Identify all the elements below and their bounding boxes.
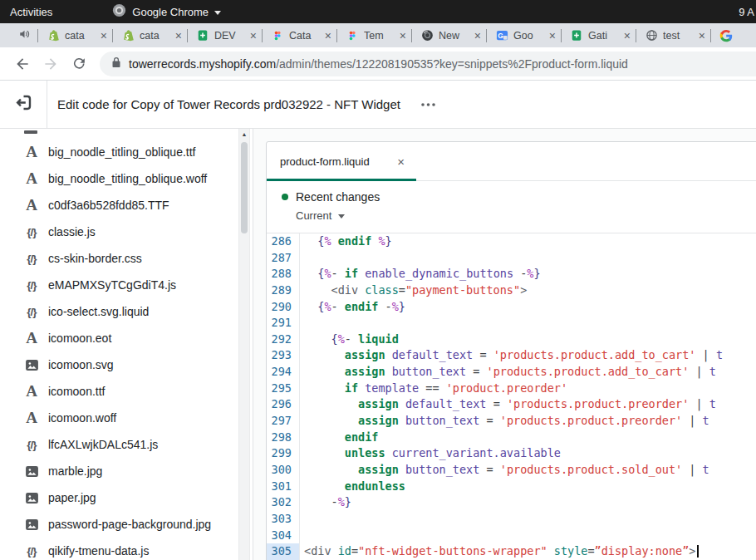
editor-tab-product-form[interactable]: product-form.liquid ×	[267, 142, 416, 180]
editor-pane: product-form.liquid × Recent changes Cur…	[253, 129, 756, 560]
version-dropdown[interactable]: Current	[296, 209, 345, 222]
code-line[interactable]: 303	[267, 511, 756, 528]
scrollbar-thumb[interactable]	[241, 142, 248, 233]
code-line[interactable]: 298 endif	[267, 430, 756, 446]
code-line[interactable]: 297 assign button_text = 'products.produ…	[267, 413, 756, 430]
close-tab-icon[interactable]: ×	[699, 30, 705, 42]
scroll-up-arrow[interactable]: ▲	[239, 131, 249, 137]
code-line[interactable]: 294 assign button_text = 'products.produ…	[267, 364, 756, 381]
exit-code-editor-button[interactable]	[0, 81, 47, 128]
code-line[interactable]: 293 assign default_text = 'products.prod…	[267, 347, 756, 364]
code-line[interactable]: 295 if template == 'product.preorder'	[267, 381, 756, 397]
close-tab-button[interactable]: ×	[397, 155, 405, 169]
screen: Activities Google Chrome 9 A cata×cata×D…	[0, 0, 756, 560]
close-tab-icon[interactable]: ×	[474, 30, 481, 42]
browser-tab-test[interactable]: test×	[637, 23, 709, 47]
speaker-icon	[18, 28, 31, 43]
code-line[interactable]: 301 endunless	[267, 479, 756, 495]
app-menu-label: Google Chrome	[132, 6, 209, 18]
browser-tab-tem[interactable]: Tem×	[338, 23, 410, 47]
browser-tab[interactable]	[712, 23, 749, 47]
dark-globe-favicon	[420, 29, 434, 42]
file-item[interactable]: Aicomoon.woff	[0, 405, 253, 431]
activities-button[interactable]: Activities	[0, 0, 62, 23]
browser-tab-goo[interactable]: GGoo×	[488, 23, 560, 47]
close-tab-icon[interactable]: ×	[325, 30, 331, 42]
file-name: password-page-background.jpg	[48, 518, 211, 531]
file-item[interactable]: {/}qikify-tmenu-data.js	[0, 538, 253, 560]
sidebar-scrollbar[interactable]: ▲	[238, 129, 250, 560]
browser-tab-new[interactable]: New×	[413, 23, 485, 47]
file-item[interactable]: Aicomoon.eot	[0, 325, 253, 351]
file-item[interactable]: Ac0df3a6b528fdd85.TTF	[0, 192, 253, 219]
file-name: paper.jpg	[48, 491, 96, 504]
code-text	[300, 250, 304, 267]
line-number: 305	[267, 543, 300, 560]
file-sidebar: Abig_noodle_titling_oblique.ttfAbig_nood…	[0, 129, 253, 560]
close-tab-icon[interactable]: ×	[400, 30, 406, 42]
code-line[interactable]: 299 unless current_variant.available	[267, 445, 756, 462]
audio-tab-indicator[interactable]	[12, 28, 37, 43]
browser-tab-title: cata	[140, 30, 170, 42]
app-menu-button[interactable]: Google Chrome	[112, 3, 221, 20]
file-name: ico-select.svg.liquid	[48, 305, 149, 318]
browser-tab-dev[interactable]: DEV×	[189, 23, 261, 47]
code-text: unless current_variant.available	[300, 445, 561, 462]
browser-tab-cata[interactable]: Cata×	[263, 23, 336, 47]
close-tab-icon[interactable]: ×	[624, 30, 631, 42]
forward-button[interactable]	[37, 50, 65, 78]
close-tab-icon[interactable]: ×	[175, 30, 182, 42]
file-item[interactable]: marble.jpg	[0, 458, 253, 484]
file-name: classie.js	[48, 225, 96, 238]
browser-tab-cata[interactable]: cata×	[39, 23, 111, 47]
tab-divider	[37, 29, 38, 42]
browser-tab-cata[interactable]: cata×	[114, 23, 186, 47]
file-item[interactable]: {/}lfcAXLwjkDALc541.js	[0, 431, 253, 458]
sheets-favicon	[570, 29, 583, 42]
more-actions-button[interactable]	[415, 97, 441, 112]
code-line[interactable]: 287	[267, 250, 756, 267]
code-text	[300, 528, 304, 544]
file-name: icomoon.ttf	[48, 385, 105, 398]
code-line[interactable]: 286 {% endif %}	[267, 233, 756, 250]
file-item[interactable]: {/}cs-skin-border.css	[0, 245, 253, 272]
code-line[interactable]: 305<div id="nft-widget-buttons-wrapper" …	[267, 543, 756, 560]
code-line[interactable]: 292 {%- liquid	[267, 332, 756, 348]
close-tab-icon[interactable]: ×	[101, 30, 107, 42]
reload-button[interactable]	[65, 50, 93, 78]
file-name: marble.jpg	[48, 464, 102, 478]
code-line[interactable]: 296 assign default_text = 'products.prod…	[267, 396, 756, 413]
code-text: endunless	[300, 479, 405, 495]
line-number: 300	[267, 462, 300, 479]
file-item[interactable]: Abig_noodle_titling_oblique.woff	[0, 165, 253, 192]
close-tab-icon[interactable]: ×	[250, 30, 257, 42]
file-item[interactable]: paper.jpg	[0, 484, 253, 511]
file-item[interactable]: {/}classie.js	[0, 219, 253, 245]
code-line[interactable]: 291	[267, 315, 756, 332]
file-item[interactable]: icomoon.svg	[0, 351, 253, 378]
file-item[interactable]: {/}eMAPMXSyTCgGdiT4.js	[0, 272, 253, 298]
browser-tab-gati[interactable]: Gati×	[562, 23, 635, 47]
code-line[interactable]: 289 <div class="payment-buttons">	[267, 282, 756, 299]
line-number: 303	[267, 511, 300, 528]
file-item[interactable]: Aicomoon.ttf	[0, 378, 253, 405]
address-bar[interactable]: towerrecords.myshopify.com/admin/themes/…	[100, 52, 756, 76]
chrome-logo-icon	[112, 3, 126, 20]
line-number: 297	[267, 413, 300, 430]
figma-favicon	[346, 29, 359, 42]
code-line[interactable]: 304	[267, 528, 756, 544]
clock[interactable]: 9 A	[739, 0, 754, 23]
chevron-down-icon	[338, 214, 345, 219]
code-line[interactable]: 300 assign button_text = 'products.produ…	[267, 462, 756, 479]
code-line[interactable]: 290 {%- endif -%}	[267, 299, 756, 316]
close-tab-icon[interactable]: ×	[549, 30, 556, 42]
code-line[interactable]: 288 {%- if enable_dynamic_buttons -%}	[267, 266, 756, 282]
code-editor[interactable]: 286 {% endif %}287288 {%- if enable_dyna…	[267, 233, 756, 560]
image-file-icon	[22, 466, 41, 477]
line-number: 291	[267, 315, 300, 332]
code-line[interactable]: 302 -%}	[267, 494, 756, 511]
file-item[interactable]: {/}ico-select.svg.liquid	[0, 298, 253, 325]
file-item[interactable]: Abig_noodle_titling_oblique.ttf	[0, 139, 253, 165]
file-item[interactable]: password-page-background.jpg	[0, 511, 253, 538]
back-button[interactable]	[8, 50, 37, 78]
